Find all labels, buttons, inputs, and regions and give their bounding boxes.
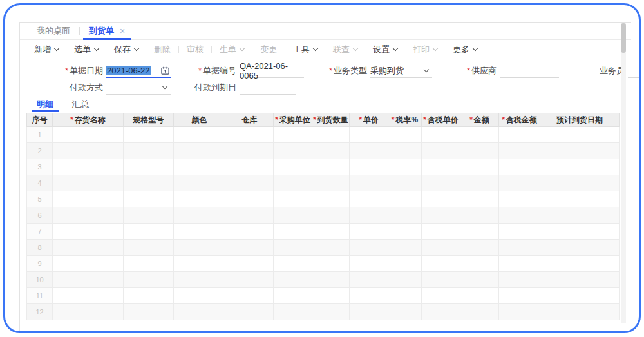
- grid-cell[interactable]: [174, 191, 225, 207]
- grid-cell[interactable]: [274, 288, 312, 304]
- grid-cell[interactable]: [388, 207, 422, 224]
- grid-cell[interactable]: [174, 224, 225, 240]
- grid-cell[interactable]: [124, 304, 174, 320]
- grid-cell[interactable]: [312, 288, 350, 304]
- grid-cell[interactable]: [53, 272, 124, 288]
- row-number-cell[interactable]: 4: [27, 175, 53, 191]
- grid-cell[interactable]: [422, 304, 460, 320]
- grid-cell[interactable]: [460, 143, 499, 159]
- scrollbar-thumb[interactable]: [621, 23, 626, 53]
- grid-cell[interactable]: [540, 304, 620, 320]
- grid-cell[interactable]: [274, 207, 312, 224]
- grid-cell[interactable]: [225, 207, 274, 224]
- grid-cell[interactable]: [540, 224, 620, 240]
- grid-cell[interactable]: [225, 159, 274, 175]
- grid-cell[interactable]: [274, 191, 312, 207]
- grid-cell[interactable]: [53, 175, 124, 191]
- close-icon[interactable]: ×: [120, 26, 125, 35]
- grid-cell[interactable]: [124, 127, 174, 143]
- grid-cell[interactable]: [124, 159, 174, 175]
- grid-cell[interactable]: [499, 288, 540, 304]
- grid-cell[interactable]: [124, 175, 174, 191]
- row-number-cell[interactable]: 12: [27, 304, 53, 320]
- grid-cell[interactable]: [422, 175, 460, 191]
- grid-cell[interactable]: [388, 175, 422, 191]
- grid-cell[interactable]: [422, 127, 460, 143]
- grid-cell[interactable]: [460, 304, 499, 320]
- grid-cell[interactable]: [460, 256, 499, 272]
- grid-cell[interactable]: [422, 272, 460, 288]
- grid-cell[interactable]: [53, 304, 124, 320]
- grid-cell[interactable]: [312, 207, 350, 224]
- grid-cell[interactable]: [124, 288, 174, 304]
- grid-cell[interactable]: [350, 224, 388, 240]
- grid-cell[interactable]: [422, 207, 460, 224]
- row-number-cell[interactable]: 3: [27, 159, 53, 175]
- grid-cell[interactable]: [388, 191, 422, 207]
- grid-cell[interactable]: [312, 304, 350, 320]
- grid-cell[interactable]: [422, 256, 460, 272]
- toolbar-button-select-doc[interactable]: 选单: [66, 40, 106, 59]
- grid-cell[interactable]: [312, 159, 350, 175]
- grid-cell[interactable]: [422, 191, 460, 207]
- row-number-cell[interactable]: 1: [27, 127, 53, 143]
- grid-cell[interactable]: [174, 304, 225, 320]
- pay-method-select[interactable]: [106, 81, 171, 95]
- grid-cell[interactable]: [174, 240, 225, 256]
- grid-cell[interactable]: [124, 207, 174, 224]
- grid-cell[interactable]: [540, 127, 620, 143]
- toolbar-button-more[interactable]: 更多: [445, 40, 485, 59]
- grid-cell[interactable]: [312, 224, 350, 240]
- grid-cell[interactable]: [499, 256, 540, 272]
- grid-cell[interactable]: [124, 256, 174, 272]
- grid-cell[interactable]: [460, 159, 499, 175]
- grid-cell[interactable]: [422, 143, 460, 159]
- grid-cell[interactable]: [460, 272, 499, 288]
- grid-cell[interactable]: [274, 304, 312, 320]
- doc-no-input[interactable]: QA-2021-06-0065: [240, 64, 304, 78]
- grid-cell[interactable]: [499, 224, 540, 240]
- grid-cell[interactable]: [53, 256, 124, 272]
- grid-cell[interactable]: [540, 256, 620, 272]
- grid-cell[interactable]: [540, 207, 620, 224]
- grid-cell[interactable]: [460, 224, 499, 240]
- grid-cell[interactable]: [499, 127, 540, 143]
- grid-cell[interactable]: [225, 272, 274, 288]
- grid-cell[interactable]: [388, 224, 422, 240]
- grid-cell[interactable]: [460, 175, 499, 191]
- row-number-cell[interactable]: 5: [27, 191, 53, 207]
- grid-cell[interactable]: [540, 175, 620, 191]
- grid-cell[interactable]: [540, 191, 620, 207]
- grid-cell[interactable]: [388, 272, 422, 288]
- grid-cell[interactable]: [53, 207, 124, 224]
- grid-cell[interactable]: [53, 127, 124, 143]
- grid-cell[interactable]: [388, 127, 422, 143]
- grid-cell[interactable]: [274, 175, 312, 191]
- grid-cell[interactable]: [350, 240, 388, 256]
- grid-cell[interactable]: [312, 191, 350, 207]
- grid-cell[interactable]: [312, 127, 350, 143]
- row-number-cell[interactable]: 11: [27, 288, 53, 304]
- grid-cell[interactable]: [388, 143, 422, 159]
- grid-cell[interactable]: [460, 191, 499, 207]
- grid-cell[interactable]: [422, 159, 460, 175]
- grid-cell[interactable]: [225, 304, 274, 320]
- grid-cell[interactable]: [225, 191, 274, 207]
- grid-cell[interactable]: [350, 304, 388, 320]
- grid-cell[interactable]: [53, 143, 124, 159]
- row-number-cell[interactable]: 8: [27, 240, 53, 256]
- grid-cell[interactable]: [499, 191, 540, 207]
- grid-cell[interactable]: [312, 143, 350, 159]
- grid-cell[interactable]: [350, 272, 388, 288]
- doc-date-input[interactable]: 2021-06-22: [106, 64, 171, 78]
- toolbar-button-new[interactable]: 新增: [26, 40, 66, 59]
- grid-cell[interactable]: [274, 127, 312, 143]
- grid-cell[interactable]: [174, 256, 225, 272]
- grid-cell[interactable]: [499, 207, 540, 224]
- grid-cell[interactable]: [174, 159, 225, 175]
- tab-my-desktop[interactable]: 我的桌面: [28, 23, 79, 39]
- grid-cell[interactable]: [174, 127, 225, 143]
- grid-cell[interactable]: [225, 256, 274, 272]
- vertical-scrollbar[interactable]: [621, 23, 626, 323]
- grid-cell[interactable]: [53, 240, 124, 256]
